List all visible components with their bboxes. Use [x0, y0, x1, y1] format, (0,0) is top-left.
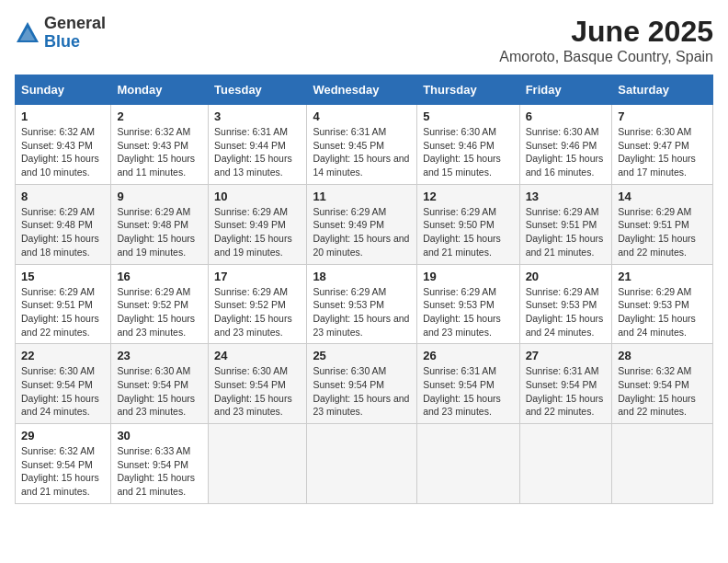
day-number: 22 — [21, 349, 105, 362]
week-row-4: 22Sunrise: 6:30 AMSunset: 9:54 PMDayligh… — [16, 344, 713, 424]
calendar-table: SundayMondayTuesdayWednesdayThursdayFrid… — [15, 75, 713, 504]
header-row: SundayMondayTuesdayWednesdayThursdayFrid… — [16, 75, 713, 105]
calendar-cell: 7Sunrise: 6:30 AMSunset: 9:47 PMDaylight… — [612, 105, 713, 185]
day-number: 10 — [214, 190, 301, 203]
day-info: Sunrise: 6:30 AMSunset: 9:54 PMDaylight:… — [214, 365, 292, 417]
day-number: 15 — [21, 270, 105, 283]
title-area: June 2025 Amoroto, Basque Country, Spain — [499, 15, 713, 65]
day-number: 21 — [618, 270, 707, 283]
calendar-cell — [307, 424, 417, 504]
day-header-friday: Friday — [519, 75, 612, 105]
week-row-3: 15Sunrise: 6:29 AMSunset: 9:51 PMDayligh… — [16, 264, 713, 344]
day-number: 24 — [214, 349, 301, 362]
logo-icon — [15, 20, 40, 46]
calendar-cell: 26Sunrise: 6:31 AMSunset: 9:54 PMDayligh… — [417, 344, 519, 424]
day-number: 17 — [214, 270, 301, 283]
day-header-thursday: Thursday — [417, 75, 519, 105]
day-number: 29 — [21, 429, 105, 442]
week-row-1: 1Sunrise: 6:32 AMSunset: 9:43 PMDaylight… — [16, 105, 713, 185]
day-number: 13 — [526, 190, 607, 203]
logo-text: General Blue — [44, 15, 106, 52]
day-info: Sunrise: 6:29 AMSunset: 9:50 PMDaylight:… — [423, 206, 501, 258]
day-info: Sunrise: 6:29 AMSunset: 9:49 PMDaylight:… — [313, 206, 409, 258]
day-info: Sunrise: 6:29 AMSunset: 9:53 PMDaylight:… — [618, 286, 696, 338]
day-number: 23 — [117, 349, 202, 362]
header: General Blue June 2025 Amoroto, Basque C… — [15, 15, 713, 65]
calendar-cell: 22Sunrise: 6:30 AMSunset: 9:54 PMDayligh… — [16, 344, 111, 424]
calendar-cell: 4Sunrise: 6:31 AMSunset: 9:45 PMDaylight… — [307, 105, 417, 185]
day-number: 12 — [423, 190, 513, 203]
day-header-monday: Monday — [111, 75, 209, 105]
logo-general: General — [44, 15, 106, 33]
calendar-cell — [612, 424, 713, 504]
day-number: 25 — [313, 349, 411, 362]
day-info: Sunrise: 6:31 AMSunset: 9:45 PMDaylight:… — [313, 126, 409, 178]
calendar-cell: 2Sunrise: 6:32 AMSunset: 9:43 PMDaylight… — [111, 105, 209, 185]
calendar-cell: 8Sunrise: 6:29 AMSunset: 9:48 PMDaylight… — [16, 184, 111, 264]
day-number: 28 — [618, 349, 707, 362]
day-info: Sunrise: 6:32 AMSunset: 9:43 PMDaylight:… — [21, 126, 99, 178]
calendar-cell: 18Sunrise: 6:29 AMSunset: 9:53 PMDayligh… — [307, 264, 417, 344]
logo-blue: Blue — [44, 33, 106, 52]
day-number: 18 — [313, 270, 411, 283]
day-number: 4 — [313, 109, 411, 123]
calendar-cell: 19Sunrise: 6:29 AMSunset: 9:53 PMDayligh… — [417, 264, 519, 344]
day-info: Sunrise: 6:31 AMSunset: 9:44 PMDaylight:… — [214, 126, 292, 178]
calendar-cell: 15Sunrise: 6:29 AMSunset: 9:51 PMDayligh… — [16, 264, 111, 344]
day-info: Sunrise: 6:29 AMSunset: 9:53 PMDaylight:… — [313, 286, 409, 338]
day-info: Sunrise: 6:32 AMSunset: 9:54 PMDaylight:… — [21, 445, 99, 497]
day-number: 6 — [526, 109, 607, 123]
day-info: Sunrise: 6:29 AMSunset: 9:51 PMDaylight:… — [21, 286, 99, 338]
day-info: Sunrise: 6:30 AMSunset: 9:46 PMDaylight:… — [423, 126, 501, 178]
calendar-cell: 23Sunrise: 6:30 AMSunset: 9:54 PMDayligh… — [111, 344, 209, 424]
calendar-cell: 13Sunrise: 6:29 AMSunset: 9:51 PMDayligh… — [519, 184, 612, 264]
day-number: 7 — [618, 109, 707, 123]
day-number: 19 — [423, 270, 513, 283]
week-row-5: 29Sunrise: 6:32 AMSunset: 9:54 PMDayligh… — [16, 424, 713, 504]
day-number: 27 — [526, 349, 607, 362]
day-info: Sunrise: 6:29 AMSunset: 9:48 PMDaylight:… — [117, 206, 195, 258]
day-number: 1 — [21, 109, 105, 123]
day-info: Sunrise: 6:30 AMSunset: 9:46 PMDaylight:… — [526, 126, 604, 178]
day-info: Sunrise: 6:30 AMSunset: 9:54 PMDaylight:… — [117, 365, 195, 417]
calendar-cell: 24Sunrise: 6:30 AMSunset: 9:54 PMDayligh… — [209, 344, 307, 424]
day-number: 2 — [117, 109, 202, 123]
day-info: Sunrise: 6:29 AMSunset: 9:53 PMDaylight:… — [423, 286, 501, 338]
calendar-cell: 27Sunrise: 6:31 AMSunset: 9:54 PMDayligh… — [519, 344, 612, 424]
calendar-cell: 5Sunrise: 6:30 AMSunset: 9:46 PMDaylight… — [417, 105, 519, 185]
day-info: Sunrise: 6:29 AMSunset: 9:48 PMDaylight:… — [21, 206, 99, 258]
day-number: 16 — [117, 270, 202, 283]
calendar-cell: 9Sunrise: 6:29 AMSunset: 9:48 PMDaylight… — [111, 184, 209, 264]
calendar-cell: 28Sunrise: 6:32 AMSunset: 9:54 PMDayligh… — [612, 344, 713, 424]
calendar-cell: 16Sunrise: 6:29 AMSunset: 9:52 PMDayligh… — [111, 264, 209, 344]
day-info: Sunrise: 6:33 AMSunset: 9:54 PMDaylight:… — [117, 445, 195, 497]
day-info: Sunrise: 6:29 AMSunset: 9:49 PMDaylight:… — [214, 206, 292, 258]
main-title: June 2025 — [499, 15, 713, 49]
day-number: 3 — [214, 109, 301, 123]
day-info: Sunrise: 6:31 AMSunset: 9:54 PMDaylight:… — [423, 365, 501, 417]
day-info: Sunrise: 6:29 AMSunset: 9:52 PMDaylight:… — [117, 286, 195, 338]
day-info: Sunrise: 6:29 AMSunset: 9:53 PMDaylight:… — [526, 286, 604, 338]
day-info: Sunrise: 6:30 AMSunset: 9:54 PMDaylight:… — [21, 365, 99, 417]
calendar-cell: 29Sunrise: 6:32 AMSunset: 9:54 PMDayligh… — [16, 424, 111, 504]
calendar-cell — [519, 424, 612, 504]
day-number: 14 — [618, 190, 707, 203]
day-info: Sunrise: 6:32 AMSunset: 9:54 PMDaylight:… — [618, 365, 696, 417]
calendar-cell: 1Sunrise: 6:32 AMSunset: 9:43 PMDaylight… — [16, 105, 111, 185]
calendar-cell: 6Sunrise: 6:30 AMSunset: 9:46 PMDaylight… — [519, 105, 612, 185]
day-number: 26 — [423, 349, 513, 362]
calendar-cell — [209, 424, 307, 504]
calendar-cell: 30Sunrise: 6:33 AMSunset: 9:54 PMDayligh… — [111, 424, 209, 504]
day-info: Sunrise: 6:29 AMSunset: 9:52 PMDaylight:… — [214, 286, 292, 338]
calendar-cell: 21Sunrise: 6:29 AMSunset: 9:53 PMDayligh… — [612, 264, 713, 344]
day-number: 11 — [313, 190, 411, 203]
calendar-cell: 17Sunrise: 6:29 AMSunset: 9:52 PMDayligh… — [209, 264, 307, 344]
day-info: Sunrise: 6:31 AMSunset: 9:54 PMDaylight:… — [526, 365, 604, 417]
logo: General Blue — [15, 15, 106, 52]
day-header-tuesday: Tuesday — [209, 75, 307, 105]
day-info: Sunrise: 6:29 AMSunset: 9:51 PMDaylight:… — [526, 206, 604, 258]
day-info: Sunrise: 6:29 AMSunset: 9:51 PMDaylight:… — [618, 206, 696, 258]
calendar-cell: 14Sunrise: 6:29 AMSunset: 9:51 PMDayligh… — [612, 184, 713, 264]
calendar-cell — [417, 424, 519, 504]
day-header-wednesday: Wednesday — [307, 75, 417, 105]
